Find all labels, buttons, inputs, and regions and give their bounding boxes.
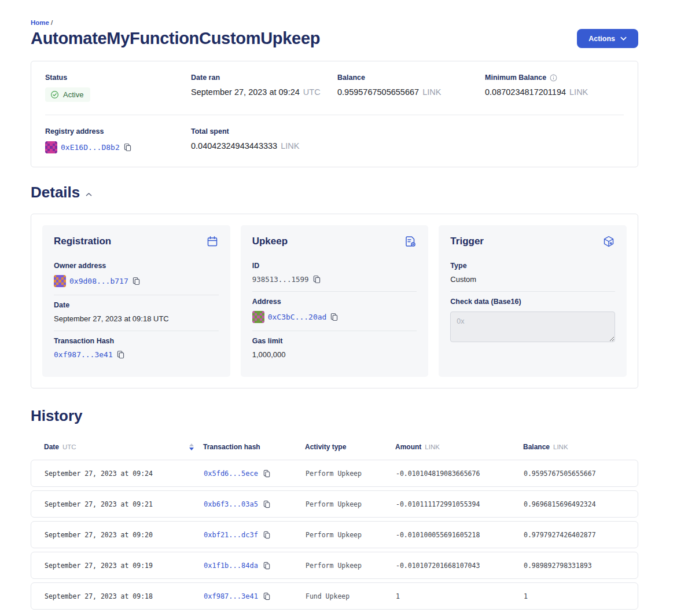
row-tx-link[interactable]: 0x1f1b...84da	[204, 562, 258, 570]
upkeep-address-label: Address	[252, 298, 417, 306]
row-balance: 0.989892798331893	[524, 562, 624, 570]
sort-asc-icon	[189, 443, 194, 446]
copy-owner-address-button[interactable]	[132, 277, 141, 285]
registration-date-field: Date September 27, 2023 at 09:18 UTC	[54, 295, 219, 331]
balance-field: Balance 0.9595767505655667 LINK	[337, 74, 485, 102]
min-balance-label: Minimum Balance	[485, 74, 546, 82]
copy-upkeep-id-button[interactable]	[312, 275, 321, 284]
gas-limit-value: 1,000,000	[252, 350, 286, 359]
row-balance: 1	[524, 592, 624, 600]
status-card-divider	[45, 115, 624, 115]
gas-limit-field: Gas limit 1,000,000	[252, 331, 417, 366]
details-collapse-button[interactable]	[86, 192, 92, 197]
row-activity: Perform Upkeep	[306, 562, 396, 570]
registration-tx-link[interactable]: 0xf987...3e41	[54, 350, 113, 359]
column-amount-suffix: LINK	[425, 443, 440, 450]
registry-address-link[interactable]: 0xE16D...D8b2	[61, 143, 120, 152]
actions-button[interactable]: Actions	[577, 29, 638, 48]
copy-tx-button[interactable]	[263, 592, 271, 600]
status-badge: Active	[45, 87, 90, 102]
registration-title: Registration	[54, 236, 111, 247]
copy-registry-address-button[interactable]	[123, 143, 132, 152]
row-tx-link[interactable]: 0x5fd6...5ece	[204, 470, 258, 478]
upkeep-address-link[interactable]: 0xC3bC...20ad	[268, 313, 327, 321]
row-amount: 1	[396, 592, 524, 600]
sort-desc-icon	[189, 448, 194, 450]
copy-icon	[263, 500, 271, 508]
copy-tx-button[interactable]	[263, 470, 271, 478]
registry-address-label: Registry address	[45, 127, 191, 135]
owner-address-label: Owner address	[54, 262, 219, 270]
upkeep-title: Upkeep	[252, 236, 288, 247]
min-balance-value: 0.0870234817201194	[485, 87, 566, 97]
row-amount: -0.010104819083665676	[396, 470, 524, 478]
column-balance-suffix: LINK	[553, 443, 568, 450]
row-activity: Perform Upkeep	[306, 500, 396, 508]
registration-date-value: September 27, 2023 at 09:18 UTC	[54, 314, 169, 323]
row-tx-link[interactable]: 0xf987...3e41	[204, 592, 258, 600]
row-balance: 0.9797927426402877	[524, 531, 624, 539]
row-activity: Fund Upkeep	[306, 592, 396, 600]
history-table-header: Date UTC Transaction hash Activity type …	[31, 442, 638, 452]
balance-value: 0.9595767505655667	[337, 87, 419, 97]
status-badge-label: Active	[63, 90, 83, 99]
copy-tx-button[interactable]	[263, 500, 271, 508]
row-balance: 0.9696815696492324	[524, 500, 624, 508]
row-amount: -0.010111172991055394	[396, 500, 524, 508]
column-amount-label: Amount	[395, 443, 421, 451]
calendar-icon	[206, 235, 219, 248]
row-date: September 27, 2023 at 09:18	[45, 592, 204, 600]
title-row: AutomateMyFunctionCustomUpkeep Actions	[31, 29, 638, 48]
breadcrumb-separator: /	[51, 19, 53, 26]
copy-tx-button[interactable]	[263, 531, 271, 539]
column-amount: Amount LINK	[395, 443, 523, 451]
page-title: AutomateMyFunctionCustomUpkeep	[31, 29, 320, 48]
column-activity-type: Activity type	[305, 443, 395, 451]
registration-tx-label: Transaction Hash	[54, 337, 219, 345]
row-tx-link[interactable]: 0xb6f3...03a5	[204, 500, 258, 508]
upkeep-address-field: Address	[252, 291, 417, 331]
balance-suffix: LINK	[422, 87, 441, 97]
status-field: Status Active	[45, 74, 191, 102]
total-spent-field: Total spent 0.04042324943443333 LINK	[191, 127, 337, 153]
min-balance-field: Minimum Balance 0.0870234817201194 LINK	[485, 74, 624, 102]
copy-upkeep-address-button[interactable]	[330, 313, 339, 321]
copy-registration-tx-button[interactable]	[116, 350, 125, 359]
registry-identicon	[45, 141, 57, 153]
info-icon[interactable]	[550, 74, 557, 82]
breadcrumb: Home/	[31, 19, 638, 26]
copy-icon	[132, 277, 141, 285]
trigger-type-label: Type	[450, 262, 615, 270]
copy-icon	[123, 143, 132, 152]
registry-address-field: Registry address	[45, 127, 191, 153]
column-balance-label: Balance	[523, 443, 550, 451]
row-activity: Perform Upkeep	[306, 470, 396, 478]
copy-icon	[116, 350, 125, 359]
status-label: Status	[45, 74, 191, 82]
status-card: Status Active Date ran September 27, 202…	[31, 61, 638, 167]
column-transaction-hash: Transaction hash	[203, 443, 305, 451]
date-ran-field: Date ran September 27, 2023 at 09:24 UTC	[191, 74, 337, 102]
chevron-up-icon	[86, 192, 92, 197]
owner-address-link[interactable]: 0x9d08...b717	[69, 277, 128, 285]
history-heading: History	[31, 407, 83, 425]
registration-card: Registration Owner address	[42, 225, 230, 377]
copy-tx-button[interactable]	[263, 562, 271, 570]
history-section-head: History	[31, 407, 638, 425]
total-spent-suffix: LINK	[281, 141, 299, 151]
total-spent-value: 0.04042324943443333	[191, 141, 277, 151]
gas-limit-label: Gas limit	[252, 337, 417, 345]
date-sort-button[interactable]	[188, 442, 195, 452]
date-ran-suffix: UTC	[303, 87, 321, 97]
actions-button-label: Actions	[588, 35, 615, 43]
row-date: September 27, 2023 at 09:20	[45, 531, 204, 539]
row-tx-link[interactable]: 0xbf21...dc3f	[204, 531, 258, 539]
check-data-input[interactable]	[450, 311, 615, 342]
trigger-type-value: Custom	[450, 275, 476, 284]
column-date: Date UTC	[44, 442, 203, 452]
column-date-suffix: UTC	[62, 443, 76, 450]
upkeep-id-value: 938513...1599	[252, 275, 309, 284]
breadcrumb-home-link[interactable]: Home	[31, 19, 49, 26]
upkeep-card: Upkeep ID 938513...1599 Address	[241, 225, 429, 377]
upkeep-address-identicon	[252, 311, 264, 323]
